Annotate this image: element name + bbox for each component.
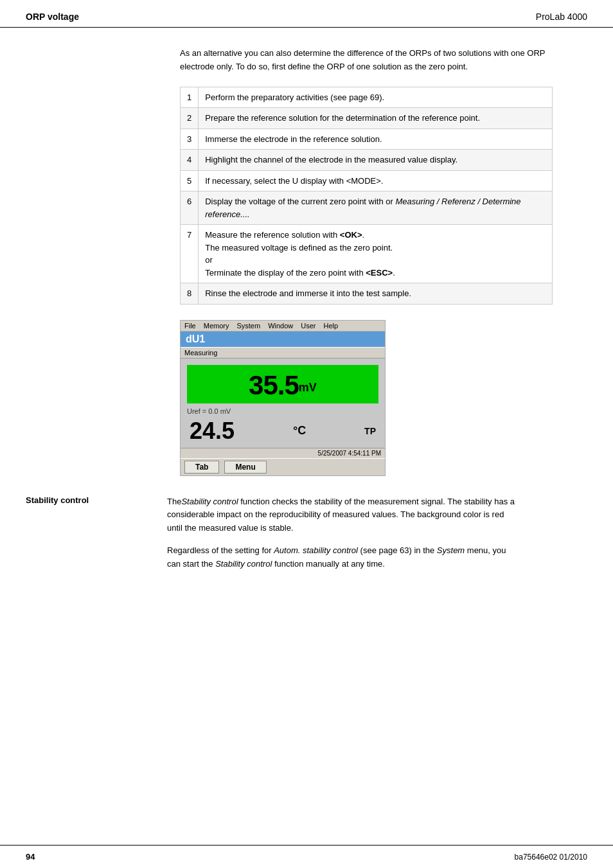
voltage-unit: mV <box>299 380 317 393</box>
step-content-2: Prepare the reference solution for the d… <box>199 108 553 129</box>
step-content-8: Rinse the electrode and immerse it into … <box>199 283 553 305</box>
stability-para1: TheStability control function checks the… <box>167 495 520 535</box>
step-number-5: 5 <box>181 170 199 191</box>
device-measuring-label: Measuring <box>181 347 385 359</box>
voltage-display: 35.5mV <box>187 365 378 403</box>
step-number-6: 6 <box>181 191 199 225</box>
temp-row: 24.5 °C TP <box>187 418 378 445</box>
menu-memory[interactable]: Memory <box>204 322 229 330</box>
menu-help[interactable]: Help <box>324 322 339 330</box>
section-body: TheStability control function checks the… <box>167 495 520 571</box>
device-menubar: File Memory System Window User Help <box>181 321 385 332</box>
menu-file[interactable]: File <box>184 322 196 330</box>
step-content-4: Highlight the channel of the electrode i… <box>199 150 553 171</box>
stability-para2: Regardless of the setting for Autom. sta… <box>167 544 520 571</box>
main-content: As an alternative you can also determine… <box>0 28 613 623</box>
page-number: 94 <box>26 852 35 862</box>
step-number-8: 8 <box>181 283 199 305</box>
device-display: 35.5mV Uref = 0.0 mV 24.5 °C TP <box>181 359 385 448</box>
temp-value: 24.5 <box>190 418 235 445</box>
page: ORP voltage ProLab 4000 As an alternativ… <box>0 0 613 868</box>
page-header: ORP voltage ProLab 4000 <box>0 0 613 28</box>
voltage-value: 35.5 <box>249 370 299 400</box>
step-content-6: Display the voltage of the current zero … <box>199 191 553 225</box>
step-content-5: If necessary, select the U display with … <box>199 170 553 191</box>
menu-button[interactable]: Menu <box>224 461 266 474</box>
uref-label: Uref = 0.0 mV <box>187 407 378 415</box>
step-number-3: 3 <box>181 128 199 150</box>
device-screenshot: File Memory System Window User Help dU1 … <box>180 320 553 476</box>
page-footer: 94 ba75646e02 01/2010 <box>0 845 613 868</box>
step-number-7: 7 <box>181 225 199 283</box>
steps-table: 1Perform the preparatory activities (see… <box>180 87 553 305</box>
stability-control-section: Stability control TheStability control f… <box>26 495 587 571</box>
section-label: Stability control <box>26 495 154 571</box>
temp-unit: °C <box>293 424 306 438</box>
step-number-1: 1 <box>181 87 199 108</box>
device-timestamp: 5/25/2007 4:54:11 PM <box>181 448 385 458</box>
device-title: dU1 <box>181 332 385 347</box>
step-content-3: Immerse the electrode in the reference s… <box>199 128 553 150</box>
step-number-2: 2 <box>181 108 199 129</box>
step-content-1: Perform the preparatory activities (see … <box>199 87 553 108</box>
intro-paragraph: As an alternative you can also determine… <box>180 47 553 74</box>
header-right: ProLab 4000 <box>536 12 587 22</box>
device-screen: File Memory System Window User Help dU1 … <box>180 320 386 476</box>
menu-system[interactable]: System <box>236 322 260 330</box>
header-left: ORP voltage <box>26 12 79 22</box>
tab-button[interactable]: Tab <box>184 461 219 474</box>
menu-user[interactable]: User <box>301 322 315 330</box>
tp-label: TP <box>364 426 376 436</box>
footer-reference: ba75646e02 01/2010 <box>515 853 587 862</box>
device-bottom-bar: Tab Menu <box>181 458 385 475</box>
step-number-4: 4 <box>181 150 199 171</box>
menu-window[interactable]: Window <box>268 322 293 330</box>
step-content-7: Measure the reference solution with <OK>… <box>199 225 553 283</box>
